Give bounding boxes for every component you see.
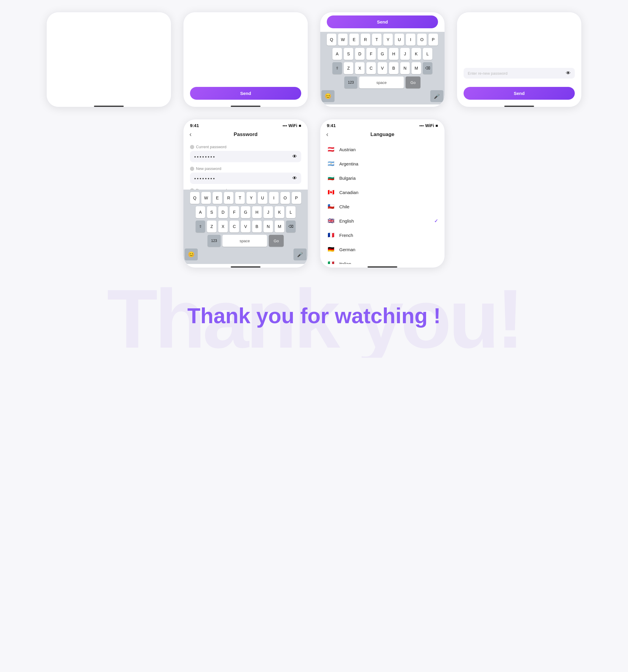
kbd-123[interactable]: 123 bbox=[207, 235, 221, 247]
key-row-3-2: A S D F G H J K L bbox=[322, 48, 443, 60]
kbd-T[interactable]: T bbox=[235, 192, 245, 204]
key-V[interactable]: V bbox=[378, 62, 387, 74]
key-Y[interactable]: Y bbox=[383, 33, 393, 46]
kbd-A[interactable]: A bbox=[196, 206, 205, 218]
key-G[interactable]: G bbox=[378, 48, 387, 60]
key-S[interactable]: S bbox=[344, 48, 353, 60]
kbd-X[interactable]: X bbox=[218, 220, 228, 233]
send-button-3[interactable]: Send bbox=[327, 16, 438, 28]
keyboard-password: Q W E R T Y U I O P A S D F G H bbox=[183, 190, 308, 264]
key-I[interactable]: I bbox=[406, 33, 416, 46]
lang-item-chile[interactable]: 🇨🇱 Chile bbox=[320, 199, 445, 214]
password-phone-inner: 9:41 ▪▪▪ WiFi ■ ‹ Password Current passw… bbox=[183, 119, 308, 268]
key-row-3-5: 😊 🎤 bbox=[322, 90, 443, 102]
key-K[interactable]: K bbox=[411, 48, 421, 60]
kbd-W[interactable]: W bbox=[201, 192, 211, 204]
kbd-Q[interactable]: Q bbox=[190, 192, 200, 204]
top-phone-row: Send Send Q W E R T Y U I bbox=[0, 0, 628, 113]
kbd-shift[interactable]: ⇧ bbox=[196, 220, 205, 233]
key-Q[interactable]: Q bbox=[327, 33, 336, 46]
kbd-G[interactable]: G bbox=[241, 206, 250, 218]
key-W[interactable]: W bbox=[338, 33, 348, 46]
key-space[interactable]: space bbox=[359, 76, 404, 88]
key-C[interactable]: C bbox=[366, 62, 376, 74]
key-X[interactable]: X bbox=[355, 62, 365, 74]
re-new-input-field[interactable]: Enter re-new password 👁 bbox=[463, 68, 575, 78]
lang-item-argentina[interactable]: 🇦🇷 Argentina bbox=[320, 157, 445, 171]
kbd-O[interactable]: O bbox=[280, 192, 290, 204]
key-shift[interactable]: ⇧ bbox=[332, 62, 342, 74]
back-button-language[interactable]: ‹ bbox=[326, 131, 328, 138]
partial-bg-1 bbox=[47, 12, 171, 103]
back-button-password[interactable]: ‹ bbox=[190, 131, 192, 138]
kbd-I[interactable]: I bbox=[269, 192, 279, 204]
kbd-H[interactable]: H bbox=[252, 206, 262, 218]
lang-item-austrian[interactable]: 🇦🇹 Austrian bbox=[320, 142, 445, 157]
lang-item-english[interactable]: 🇬🇧 English ✓ bbox=[320, 214, 445, 228]
kbd-Y[interactable]: Y bbox=[247, 192, 256, 204]
kbd-space[interactable]: space bbox=[222, 235, 267, 247]
kbd-U[interactable]: U bbox=[258, 192, 267, 204]
key-123[interactable]: 123 bbox=[344, 76, 357, 88]
lang-item-german[interactable]: 🇩🇪 German bbox=[320, 242, 445, 257]
kbd-D[interactable]: D bbox=[218, 206, 228, 218]
kbd-P[interactable]: P bbox=[292, 192, 301, 204]
key-R[interactable]: R bbox=[361, 33, 370, 46]
kbd-row-3: ⇧ Z X C V B N M ⌫ bbox=[185, 220, 306, 233]
key-B[interactable]: B bbox=[389, 62, 398, 74]
kbd-L[interactable]: L bbox=[286, 206, 296, 218]
kbd-mic[interactable]: 🎤 bbox=[294, 248, 306, 260]
key-backspace[interactable]: ⌫ bbox=[423, 62, 432, 74]
kbd-E[interactable]: E bbox=[212, 192, 222, 204]
key-H[interactable]: H bbox=[389, 48, 398, 60]
lang-item-french[interactable]: 🇫🇷 French bbox=[320, 228, 445, 242]
key-U[interactable]: U bbox=[395, 33, 404, 46]
flag-chile: 🇨🇱 bbox=[327, 203, 335, 210]
kbd-J[interactable]: J bbox=[263, 206, 273, 218]
kbd-backspace[interactable]: ⌫ bbox=[286, 220, 296, 233]
key-J[interactable]: J bbox=[400, 48, 410, 60]
kbd-K[interactable]: K bbox=[275, 206, 284, 218]
kbd-R[interactable]: R bbox=[224, 192, 233, 204]
lang-item-canadian[interactable]: 🇨🇦 Canadian bbox=[320, 185, 445, 199]
lang-name-chile: Chile bbox=[339, 204, 438, 209]
key-L[interactable]: L bbox=[423, 48, 432, 60]
current-password-input[interactable]: ●●●●●●●● 👁 bbox=[190, 151, 301, 162]
nav-header-password: ‹ Password bbox=[183, 129, 308, 140]
key-O[interactable]: O bbox=[417, 33, 427, 46]
kbd-F[interactable]: F bbox=[230, 206, 239, 218]
key-P[interactable]: P bbox=[428, 33, 438, 46]
key-T[interactable]: T bbox=[372, 33, 381, 46]
kbd-N[interactable]: N bbox=[263, 220, 273, 233]
send-button-4[interactable]: Send bbox=[463, 87, 575, 100]
key-A[interactable]: A bbox=[332, 48, 342, 60]
send-button-2[interactable]: Send bbox=[190, 87, 301, 100]
lang-item-bulgaria[interactable]: 🇧🇬 Bulgaria bbox=[320, 171, 445, 185]
key-D[interactable]: D bbox=[355, 48, 365, 60]
kbd-go[interactable]: Go bbox=[269, 235, 284, 247]
mic-key[interactable]: 🎤 bbox=[430, 90, 443, 102]
kbd-C[interactable]: C bbox=[230, 220, 239, 233]
key-row-3-1: Q W E R T Y U I O P bbox=[322, 33, 443, 46]
key-M[interactable]: M bbox=[411, 62, 421, 74]
kbd-B[interactable]: B bbox=[252, 220, 262, 233]
kbd-Z[interactable]: Z bbox=[207, 220, 217, 233]
phone-inner-1 bbox=[47, 12, 171, 107]
kbd-emoji[interactable]: 😊 bbox=[185, 248, 198, 260]
key-N[interactable]: N bbox=[400, 62, 410, 74]
key-F[interactable]: F bbox=[366, 48, 376, 60]
key-go[interactable]: Go bbox=[406, 76, 421, 88]
key-E[interactable]: E bbox=[349, 33, 359, 46]
kbd-S[interactable]: S bbox=[207, 206, 217, 218]
kbd-M[interactable]: M bbox=[275, 220, 284, 233]
key-Z[interactable]: Z bbox=[344, 62, 353, 74]
kbd-row-4: 123 space Go bbox=[185, 235, 306, 247]
time-language: 9:41 bbox=[327, 123, 336, 128]
language-phone: 9:41 ▪▪▪ WiFi ■ ‹ Language 🇦🇹 Austrian � bbox=[320, 119, 445, 268]
lang-item-italian[interactable]: 🇮🇹 Italian bbox=[320, 257, 445, 264]
emoji-key[interactable]: 😊 bbox=[322, 90, 334, 102]
kbd-V[interactable]: V bbox=[241, 220, 250, 233]
page-title-language: Language bbox=[371, 131, 394, 138]
user-icon-2 bbox=[190, 167, 194, 171]
new-password-input[interactable]: ●●●●●●●● 👁 bbox=[190, 173, 301, 184]
